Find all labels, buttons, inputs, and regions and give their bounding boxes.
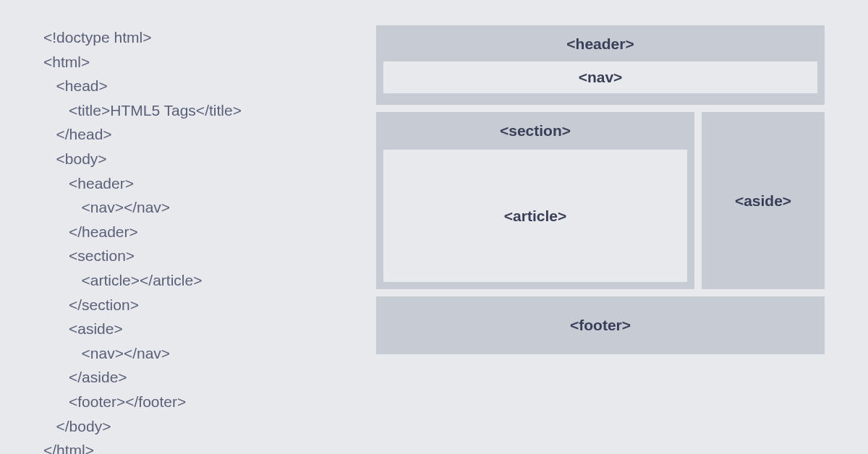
- code-line: <nav></nav>: [43, 195, 354, 220]
- article-region: <article>: [383, 150, 687, 282]
- code-line: <article></article>: [43, 268, 354, 293]
- nav-region: <nav>: [383, 61, 817, 93]
- footer-label: <footer>: [570, 317, 631, 334]
- code-line: </html>: [43, 438, 354, 454]
- footer-region: <footer>: [376, 296, 825, 354]
- header-label: <header>: [566, 35, 634, 53]
- code-line: <html>: [43, 50, 354, 74]
- layout-diagram: <header> <nav> <section> <article> <asid…: [354, 22, 825, 432]
- code-line: <title>HTML5 Tags</title>: [43, 98, 354, 123]
- code-line: <aside>: [43, 317, 354, 341]
- code-line: <section>: [43, 244, 354, 268]
- code-panel: <!doctype html><html> <head> <title>HTML…: [43, 22, 354, 432]
- section-label: <section>: [500, 122, 571, 140]
- code-line: </head>: [43, 122, 354, 147]
- article-label: <article>: [504, 207, 566, 225]
- code-line: <body>: [43, 147, 354, 171]
- aside-region: <aside>: [702, 112, 825, 289]
- header-region: <header> <nav>: [376, 25, 825, 105]
- code-line: </aside>: [43, 365, 354, 390]
- code-line: <nav></nav>: [43, 341, 354, 366]
- code-line: <head>: [43, 74, 354, 98]
- nav-label: <nav>: [579, 69, 623, 86]
- section-region: <section> <article>: [376, 112, 694, 289]
- code-line: </body>: [43, 414, 354, 439]
- code-line: <footer></footer>: [43, 390, 354, 414]
- code-line: <!doctype html>: [43, 25, 354, 50]
- middle-row: <section> <article> <aside>: [376, 112, 825, 289]
- code-line: <header>: [43, 171, 354, 196]
- code-listing: <!doctype html><html> <head> <title>HTML…: [43, 25, 354, 454]
- code-line: </section>: [43, 293, 354, 317]
- aside-label: <aside>: [735, 192, 791, 210]
- code-line: </header>: [43, 220, 354, 244]
